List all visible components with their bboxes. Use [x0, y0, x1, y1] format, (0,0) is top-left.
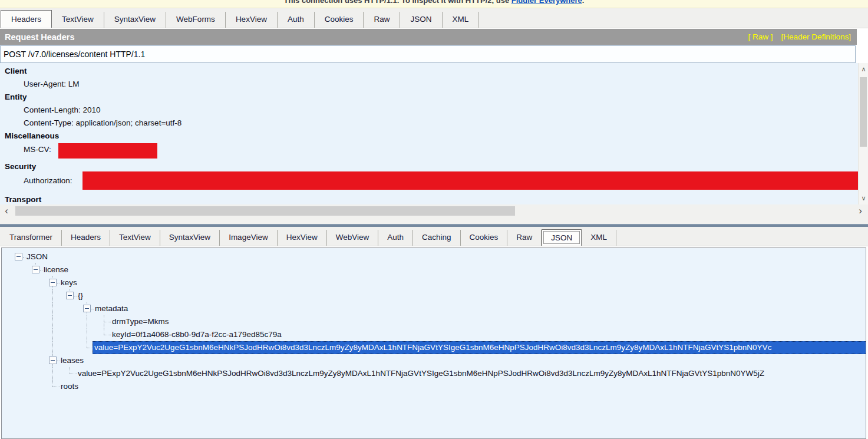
response-tab-hexview[interactable]: HexView — [278, 230, 327, 246]
tree-collapse-toggle-icon[interactable] — [66, 292, 74, 299]
request-tab-cookies[interactable]: Cookies — [315, 12, 364, 28]
tree-guide-line — [52, 341, 53, 354]
tree-node-row[interactable]: metadata — [2, 302, 866, 315]
headers-vertical-scrollbar[interactable]: ∧ ∨ — [858, 63, 868, 204]
json-tree-panel: JSONlicensekeys{}metadatadrmType=Mkmskey… — [1, 247, 866, 439]
scroll-right-icon[interactable]: › — [854, 204, 867, 217]
redaction-block — [82, 171, 858, 190]
tree-guide-line — [104, 335, 111, 335]
tree-node-row[interactable]: roots — [2, 380, 866, 393]
tree-collapse-toggle-icon[interactable] — [32, 266, 39, 273]
header-section-name: Entity — [0, 91, 858, 104]
tree-guide-line — [52, 302, 53, 315]
scroll-up-icon[interactable]: ∧ — [859, 64, 868, 74]
request-tab-raw[interactable]: Raw — [364, 12, 400, 28]
tree-guide-line — [52, 315, 53, 328]
tree-node-label[interactable]: drmType=Mkms — [112, 315, 169, 328]
tree-guide-line — [52, 289, 53, 302]
request-headers-bar: Request Headers [ Raw ] [Header Definiti… — [0, 29, 857, 45]
horizontal-scroll-thumb[interactable] — [15, 206, 515, 216]
tree-node-label[interactable]: metadata — [95, 302, 128, 315]
splitter-gap — [0, 217, 868, 224]
tree-node-label[interactable]: keyId=0f1a4068-c8b0-9d7a-f2cc-a179ed85c7… — [112, 328, 282, 341]
response-tab-imageview[interactable]: ImageView — [220, 230, 278, 246]
response-tab-webview[interactable]: WebView — [327, 230, 379, 246]
scroll-down-icon[interactable]: ∨ — [859, 193, 868, 203]
tree-node-label[interactable]: license — [44, 263, 68, 276]
banner-text-end: . — [582, 0, 585, 5]
vertical-scroll-thumb[interactable] — [860, 77, 867, 147]
tree-node-label[interactable]: value=PExpY2Vuc2UgeG1sbnM6eHNkPSJodHRwOi… — [78, 367, 764, 380]
tree-guide-line — [91, 309, 94, 309]
header-section-name: Transport — [0, 193, 858, 204]
response-tab-xml[interactable]: XML — [582, 230, 616, 246]
response-tab-cookies[interactable]: Cookies — [461, 230, 508, 246]
response-tab-transformer[interactable]: Transformer — [1, 230, 62, 246]
tree-node-row[interactable]: license — [2, 263, 866, 276]
tree-node-row[interactable]: keys — [2, 276, 866, 289]
response-tab-json[interactable]: JSON — [542, 229, 582, 246]
request-headers-tree: ClientUser-Agent: LMEntityContent-Length… — [0, 63, 858, 204]
tree-collapse-toggle-icon[interactable] — [15, 253, 22, 260]
headers-horizontal-scrollbar[interactable]: ‹ › — [0, 204, 868, 217]
header-item[interactable]: Authorization: — [0, 173, 858, 193]
tree-node-row[interactable]: JSON — [2, 250, 866, 263]
response-tab-auth[interactable]: Auth — [378, 230, 413, 246]
header-definitions-link[interactable]: [Header Definitions] — [781, 32, 851, 41]
fiddler-everywhere-link[interactable]: Fiddler Everywhere — [511, 0, 582, 5]
request-tab-hexview[interactable]: HexView — [226, 12, 278, 28]
response-tab-syntaxview[interactable]: SyntaxView — [160, 230, 220, 246]
tree-node-row[interactable]: value=PExpY2Vuc2UgeG1sbnM6eHNkPSJodHRwOi… — [2, 341, 866, 354]
response-tab-caching[interactable]: Caching — [413, 230, 461, 246]
connection-info-banner: This connection uses HTTP/1.1. To inspec… — [0, 0, 868, 8]
tree-guide-line — [74, 296, 77, 296]
response-tab-headers[interactable]: Headers — [62, 230, 110, 246]
tree-guide-line — [104, 328, 104, 335]
request-tab-syntaxview[interactable]: SyntaxView — [104, 12, 166, 28]
tree-collapse-toggle-icon[interactable] — [49, 357, 57, 364]
header-section-name: Client — [0, 65, 858, 78]
header-item-text: Authorization: — [24, 176, 72, 185]
tree-collapse-toggle-icon[interactable] — [49, 279, 57, 286]
header-item[interactable]: MS-CV: — [0, 143, 858, 160]
tree-guide-line — [104, 322, 104, 328]
tree-node-label[interactable]: {} — [78, 289, 83, 302]
header-item-text: Content-Type: application/json; charset=… — [24, 118, 181, 127]
tree-guide-line — [87, 328, 87, 341]
tree-node-label-selected[interactable]: value=PExpY2Vuc2UgeG1sbnM6eHNkPSJodHRwOi… — [93, 341, 866, 354]
tree-node-label[interactable]: leases — [61, 354, 84, 367]
header-item[interactable]: Content-Type: application/json; charset=… — [0, 117, 858, 130]
tree-guide-line — [70, 374, 77, 374]
tree-guide-line — [52, 380, 53, 387]
tree-node-row[interactable]: keyId=0f1a4068-c8b0-9d7a-f2cc-a179ed85c7… — [2, 328, 866, 341]
tree-node-label[interactable]: JSON — [27, 250, 48, 263]
tree-guide-line — [52, 367, 53, 380]
tree-guide-line — [87, 341, 87, 348]
raw-link[interactable]: [ Raw ] — [748, 32, 773, 41]
tree-node-row[interactable]: drmType=Mkms — [2, 315, 866, 328]
request-tab-webforms[interactable]: WebForms — [166, 12, 226, 28]
request-tab-auth[interactable]: Auth — [278, 12, 315, 28]
request-tab-textview[interactable]: TextView — [52, 12, 104, 28]
request-tab-xml[interactable]: XML — [443, 12, 480, 28]
tree-node-label[interactable]: roots — [61, 380, 78, 393]
tree-node-row[interactable]: {} — [2, 289, 866, 302]
request-line-text: POST /v7.0/licenses/content HTTP/1.1 — [4, 49, 145, 59]
header-item[interactable]: User-Agent: LM — [0, 78, 858, 91]
request-tab-json[interactable]: JSON — [400, 12, 442, 28]
response-tab-raw[interactable]: Raw — [507, 230, 542, 246]
header-item-text: Content-Length: 2010 — [24, 105, 101, 114]
request-tab-headers[interactable]: Headers — [1, 10, 52, 28]
request-line-box[interactable]: POST /v7.0/licenses/content HTTP/1.1 — [0, 45, 856, 63]
tree-guide-line — [57, 283, 60, 283]
tree-node-row[interactable]: value=PExpY2Vuc2UgeG1sbnM6eHNkPSJodHRwOi… — [2, 367, 866, 380]
tree-node-label[interactable]: keys — [61, 276, 77, 289]
tree-node-row[interactable]: leases — [2, 354, 866, 367]
request-inspector-tabstrip: HeadersTextViewSyntaxViewWebFormsHexView… — [0, 8, 868, 28]
tree-guide-line — [104, 322, 111, 322]
header-item[interactable]: Content-Length: 2010 — [0, 104, 858, 117]
scroll-left-icon[interactable]: ‹ — [0, 204, 13, 217]
header-section-name: Miscellaneous — [0, 130, 858, 143]
response-tab-textview[interactable]: TextView — [110, 230, 160, 246]
tree-collapse-toggle-icon[interactable] — [83, 305, 91, 312]
